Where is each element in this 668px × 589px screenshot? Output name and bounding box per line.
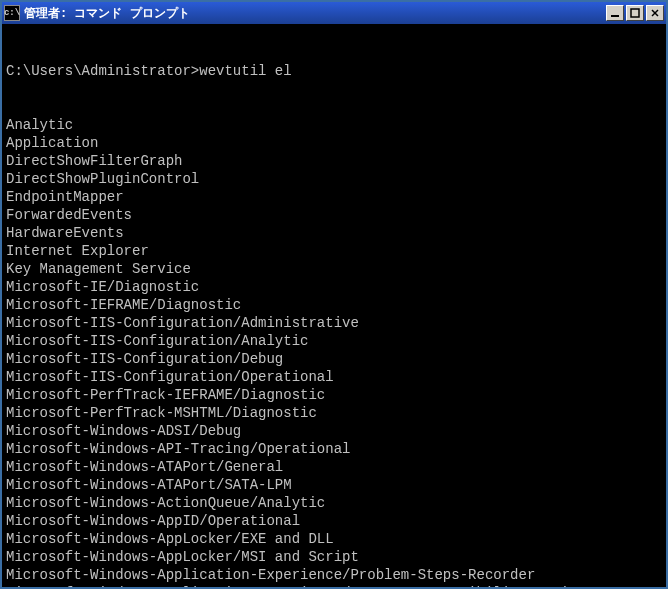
window-title: 管理者: コマンド プロンプト	[24, 5, 606, 22]
titlebar[interactable]: c:\ 管理者: コマンド プロンプト	[2, 2, 666, 24]
output-line: Microsoft-Windows-AppID/Operational	[6, 512, 662, 530]
maximize-icon	[630, 8, 640, 18]
minimize-button[interactable]	[606, 5, 624, 21]
output-line: DirectShowFilterGraph	[6, 152, 662, 170]
prompt: C:\Users\Administrator>	[6, 63, 199, 79]
terminal-output[interactable]: C:\Users\Administrator>wevtutil el Analy…	[2, 24, 666, 587]
output-line: Microsoft-Windows-ActionQueue/Analytic	[6, 494, 662, 512]
output-line: Internet Explorer	[6, 242, 662, 260]
close-icon	[650, 8, 660, 18]
output-line: Microsoft-Windows-AppLocker/EXE and DLL	[6, 530, 662, 548]
minimize-icon	[610, 8, 620, 18]
svg-rect-1	[631, 9, 639, 17]
output-line: Microsoft-Windows-ADSI/Debug	[6, 422, 662, 440]
output-line: Microsoft-Windows-AppLocker/MSI and Scri…	[6, 548, 662, 566]
command-prompt-window: c:\ 管理者: コマンド プロンプト C:\Users\Administrat…	[0, 0, 668, 589]
output-line: Microsoft-Windows-Application-Experience…	[6, 566, 662, 584]
cmd-icon: c:\	[4, 5, 20, 21]
output-line: Microsoft-IIS-Configuration/Debug	[6, 350, 662, 368]
output-line: Microsoft-IIS-Configuration/Administrati…	[6, 314, 662, 332]
output-line: Microsoft-PerfTrack-MSHTML/Diagnostic	[6, 404, 662, 422]
output-line: HardwareEvents	[6, 224, 662, 242]
output-line: Microsoft-Windows-API-Tracing/Operationa…	[6, 440, 662, 458]
close-button[interactable]	[646, 5, 664, 21]
output-line: Application	[6, 134, 662, 152]
output-line: Microsoft-IIS-Configuration/Operational	[6, 368, 662, 386]
output-line: ForwardedEvents	[6, 206, 662, 224]
output-line: EndpointMapper	[6, 188, 662, 206]
window-controls	[606, 5, 664, 21]
output-line: Microsoft-Windows-Application-Experience…	[6, 584, 662, 587]
output-line: Analytic	[6, 116, 662, 134]
output-line: Microsoft-IEFRAME/Diagnostic	[6, 296, 662, 314]
output-line: DirectShowPluginControl	[6, 170, 662, 188]
output-line: Microsoft-IIS-Configuration/Analytic	[6, 332, 662, 350]
output-line: Microsoft-Windows-ATAPort/SATA-LPM	[6, 476, 662, 494]
output-line: Key Management Service	[6, 260, 662, 278]
output-line: Microsoft-IE/Diagnostic	[6, 278, 662, 296]
svg-rect-0	[611, 15, 619, 17]
prompt-line: C:\Users\Administrator>wevtutil el	[6, 62, 662, 80]
output-line: Microsoft-Windows-ATAPort/General	[6, 458, 662, 476]
output-line: Microsoft-PerfTrack-IEFRAME/Diagnostic	[6, 386, 662, 404]
maximize-button[interactable]	[626, 5, 644, 21]
command: wevtutil el	[199, 63, 291, 79]
